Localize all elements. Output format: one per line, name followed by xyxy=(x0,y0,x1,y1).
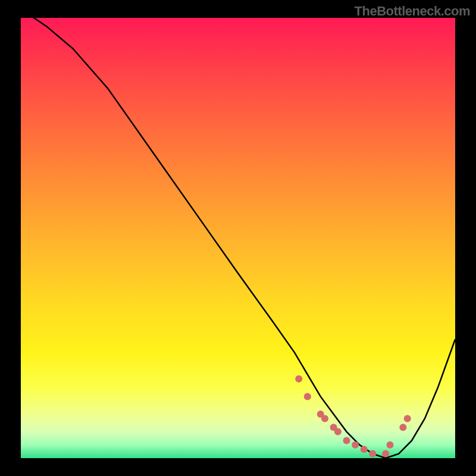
valley-dot xyxy=(343,437,350,444)
valley-dot xyxy=(295,375,302,383)
valley-dot xyxy=(361,446,368,453)
valley-dot xyxy=(304,393,311,400)
valley-dot xyxy=(369,450,376,458)
valley-dot xyxy=(352,441,359,449)
plot-area xyxy=(21,18,455,458)
watermark-text: TheBottleneck.com xyxy=(355,4,470,19)
bottleneck-curve-line xyxy=(21,18,455,458)
valley-dot xyxy=(334,428,342,436)
curve-overlay xyxy=(21,18,455,458)
chart-container: TheBottleneck.com xyxy=(0,0,476,476)
valley-dot xyxy=(321,415,328,422)
valley-dot xyxy=(399,424,406,431)
valley-dot xyxy=(382,450,389,458)
valley-dot xyxy=(387,441,394,449)
valley-dot-group xyxy=(295,375,411,458)
valley-dot xyxy=(404,415,411,422)
